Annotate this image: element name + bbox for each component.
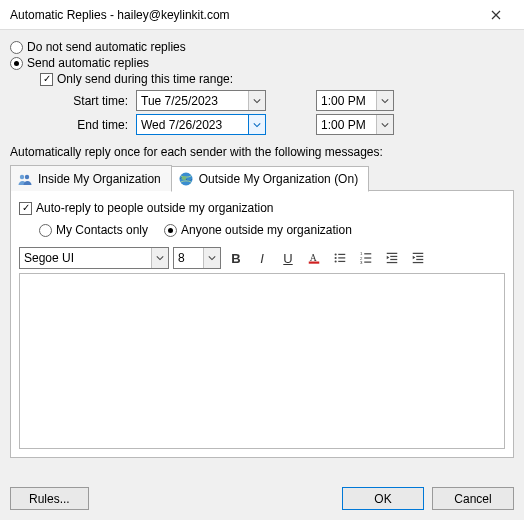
org-people-icon <box>17 171 33 187</box>
svg-rect-19 <box>390 256 397 257</box>
dialog-body: Do not send automatic replies Send autom… <box>0 30 524 520</box>
svg-rect-9 <box>338 257 345 258</box>
svg-rect-15 <box>364 257 371 258</box>
radio-icon <box>10 41 23 54</box>
checkbox-label: Auto-reply to people outside my organiza… <box>36 201 273 215</box>
chevron-down-icon <box>203 248 220 268</box>
combo-value: 1:00 PM <box>321 118 366 132</box>
bullet-list-icon <box>333 251 347 265</box>
number-list-button[interactable]: 123 <box>355 247 377 269</box>
svg-rect-18 <box>387 253 398 254</box>
svg-rect-22 <box>413 253 424 254</box>
svg-rect-20 <box>390 259 397 260</box>
radio-anyone-outside[interactable]: Anyone outside my organization <box>164 223 352 237</box>
outdent-icon <box>385 251 399 265</box>
button-label: Cancel <box>454 492 491 506</box>
font-combo[interactable]: Segoe UI <box>19 247 169 269</box>
button-label: Rules... <box>29 492 70 506</box>
svg-point-3 <box>181 176 186 180</box>
bold-icon: B <box>231 251 240 266</box>
tab-outside[interactable]: Outside My Organization (On) <box>171 166 369 192</box>
radio-send[interactable]: Send automatic replies <box>10 56 514 70</box>
chevron-down-icon <box>151 248 168 268</box>
checkbox-icon <box>40 73 53 86</box>
globe-icon <box>178 171 194 187</box>
button-label: OK <box>374 492 391 506</box>
radio-dont-send[interactable]: Do not send automatic replies <box>10 40 514 54</box>
bullet-list-button[interactable] <box>329 247 351 269</box>
underline-icon: U <box>283 251 292 266</box>
start-time-combo[interactable]: 1:00 PM <box>316 90 394 111</box>
svg-rect-17 <box>364 262 371 263</box>
svg-rect-21 <box>387 262 398 263</box>
message-editor[interactable] <box>19 273 505 449</box>
checkbox-auto-reply-outside[interactable]: Auto-reply to people outside my organiza… <box>19 201 505 215</box>
radio-icon <box>39 224 52 237</box>
combo-value: Tue 7/25/2023 <box>141 94 218 108</box>
combo-value: 8 <box>178 251 185 265</box>
ok-button[interactable]: OK <box>342 487 424 510</box>
svg-rect-11 <box>338 261 345 262</box>
svg-rect-5 <box>309 262 320 264</box>
svg-point-8 <box>335 257 337 259</box>
chevron-down-icon <box>248 91 265 110</box>
checkbox-icon <box>19 202 32 215</box>
italic-button[interactable]: I <box>251 247 273 269</box>
cancel-button[interactable]: Cancel <box>432 487 514 510</box>
tab-panel-outside: Auto-reply to people outside my organiza… <box>10 190 514 458</box>
combo-value: 1:00 PM <box>321 94 366 108</box>
start-date-combo[interactable]: Tue 7/25/2023 <box>136 90 266 111</box>
end-date-combo[interactable]: Wed 7/26/2023 <box>136 114 266 135</box>
radio-contacts-only[interactable]: My Contacts only <box>39 223 148 237</box>
svg-point-0 <box>20 174 24 178</box>
outdent-button[interactable] <box>381 247 403 269</box>
checkbox-time-range[interactable]: Only send during this time range: <box>40 72 514 86</box>
chevron-down-icon <box>376 91 393 110</box>
svg-rect-23 <box>416 256 423 257</box>
combo-value: Segoe UI <box>24 251 74 265</box>
svg-point-1 <box>25 174 29 178</box>
radio-label: My Contacts only <box>56 223 148 237</box>
radio-label: Send automatic replies <box>27 56 149 70</box>
tab-inside[interactable]: Inside My Organization <box>10 165 172 191</box>
window-title: Automatic Replies - hailey@keylinkit.com <box>10 8 230 22</box>
indent-button[interactable] <box>407 247 429 269</box>
indent-icon <box>411 251 425 265</box>
combo-value: Wed 7/26/2023 <box>141 118 222 132</box>
section-label: Automatically reply once for each sender… <box>10 145 514 159</box>
tab-label: Inside My Organization <box>38 172 161 186</box>
svg-text:A: A <box>310 252 317 263</box>
end-time-combo[interactable]: 1:00 PM <box>316 114 394 135</box>
svg-rect-25 <box>413 262 424 263</box>
end-time-label: End time: <box>62 118 128 132</box>
editor-toolbar: Segoe UI 8 B I U A 123 <box>19 247 505 269</box>
checkbox-label: Only send during this time range: <box>57 72 233 86</box>
font-color-button[interactable]: A <box>303 247 325 269</box>
font-size-combo[interactable]: 8 <box>173 247 221 269</box>
titlebar: Automatic Replies - hailey@keylinkit.com <box>0 0 524 30</box>
close-button[interactable] <box>476 1 516 29</box>
svg-rect-13 <box>364 253 371 254</box>
radio-icon <box>10 57 23 70</box>
underline-button[interactable]: U <box>277 247 299 269</box>
svg-point-6 <box>335 253 337 255</box>
close-icon <box>491 10 501 20</box>
radio-icon <box>164 224 177 237</box>
tabs: Inside My Organization Outside My Organi… <box>10 165 514 191</box>
start-time-label: Start time: <box>62 94 128 108</box>
svg-rect-7 <box>338 254 345 255</box>
svg-rect-24 <box>416 259 423 260</box>
chevron-down-icon <box>248 115 265 134</box>
tab-label: Outside My Organization (On) <box>199 172 358 186</box>
radio-label: Anyone outside my organization <box>181 223 352 237</box>
dialog-buttons: Rules... OK Cancel <box>10 487 514 510</box>
time-range-grid: Start time: Tue 7/25/2023 1:00 PM End ti… <box>62 90 514 135</box>
number-list-icon: 123 <box>359 251 373 265</box>
rules-button[interactable]: Rules... <box>10 487 89 510</box>
chevron-down-icon <box>376 115 393 134</box>
svg-point-10 <box>335 260 337 262</box>
bold-button[interactable]: B <box>225 247 247 269</box>
radio-label: Do not send automatic replies <box>27 40 186 54</box>
svg-text:3: 3 <box>360 260 363 265</box>
font-color-icon: A <box>307 251 321 265</box>
